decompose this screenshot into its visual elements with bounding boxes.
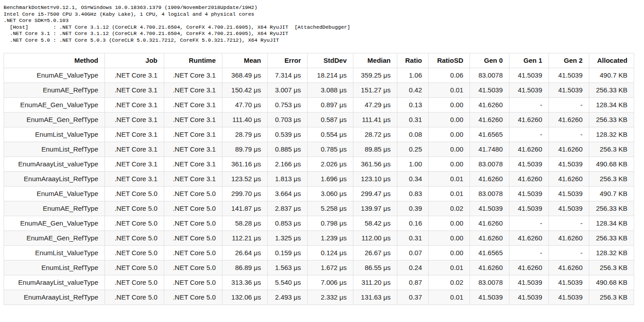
- cell-ratiosd: 0.00: [429, 231, 470, 245]
- cell-gen2: 41.5039: [549, 157, 589, 171]
- cell-gen1: 41.6260: [509, 142, 549, 157]
- cell-gen1: 41.6260: [509, 171, 549, 186]
- cell-stddev: 2.026 μs: [308, 157, 353, 171]
- cell-gen2: 41.5039: [549, 275, 589, 290]
- cell-method: EnumAE_Gen_ValueType: [4, 97, 105, 112]
- cell-method: EnumList_ValueType: [4, 127, 105, 142]
- cell-gen0: 41.6260: [470, 112, 509, 127]
- cell-ratio: 0.87: [397, 275, 429, 290]
- cell-allocated: 490.7 KB: [589, 186, 634, 201]
- cell-median: 89.85 μs: [353, 142, 397, 157]
- cell-mean: 368.49 μs: [222, 68, 268, 83]
- cell-mean: 361.16 μs: [222, 157, 268, 171]
- cell-method: EnumAraayList_RefType: [4, 290, 105, 305]
- cell-gen2: -: [549, 245, 589, 260]
- cell-mean: 86.89 μs: [222, 260, 268, 275]
- cell-gen0: 41.6260: [470, 260, 509, 275]
- cell-mean: 112.21 μs: [222, 231, 268, 245]
- table-row: EnumAE_Gen_ValueType.NET Core 3.1.NET Co…: [4, 97, 634, 112]
- cell-job: .NET Core 3.1: [105, 142, 164, 157]
- cell-ratiosd: 0.01: [429, 186, 470, 201]
- cell-median: 299.47 μs: [353, 186, 397, 201]
- cell-job: .NET Core 3.1: [105, 127, 164, 142]
- cell-runtime: .NET Core 3.1: [164, 157, 222, 171]
- table-row: EnumAE_Gen_ValueType.NET Core 5.0.NET Co…: [4, 216, 634, 231]
- column-header-gen2: Gen 2: [549, 53, 589, 68]
- cell-method: EnumAE_Gen_RefType: [4, 112, 105, 127]
- cell-job: .NET Core 5.0: [105, 245, 164, 260]
- cell-error: 0.539 μs: [268, 127, 308, 142]
- cell-mean: 58.28 μs: [222, 216, 268, 231]
- cell-ratio: 0.07: [397, 245, 429, 260]
- cell-ratiosd: 0.02: [429, 201, 470, 216]
- cell-ratio: 0.24: [397, 260, 429, 275]
- column-header-allocated: Allocated: [589, 53, 634, 68]
- cell-stddev: 3.060 μs: [308, 186, 353, 201]
- cell-ratiosd: 0.00: [429, 142, 470, 157]
- cell-error: 0.753 μs: [268, 97, 308, 112]
- benchmark-environment-info: BenchmarkDotNet=v0.12.1, OS=Windows 10.0…: [0, 0, 644, 44]
- cell-allocated: 490.7 KB: [589, 68, 634, 83]
- cell-gen2: 41.6260: [549, 171, 589, 186]
- cell-mean: 132.06 μs: [222, 290, 268, 305]
- cell-median: 28.72 μs: [353, 127, 397, 142]
- cell-job: .NET Core 5.0: [105, 260, 164, 275]
- cell-allocated: 256.3 KB: [589, 142, 634, 157]
- cell-ratio: 1.06: [397, 68, 429, 83]
- column-header-median: Median: [353, 53, 397, 68]
- cell-gen2: 41.6260: [549, 142, 589, 157]
- cell-allocated: 256.3 KB: [589, 171, 634, 186]
- cell-error: 1.563 μs: [268, 260, 308, 275]
- cell-stddev: 1.239 μs: [308, 231, 353, 245]
- cell-mean: 28.79 μs: [222, 127, 268, 142]
- cell-median: 111.41 μs: [353, 112, 397, 127]
- cell-job: .NET Core 5.0: [105, 216, 164, 231]
- cell-stddev: 0.785 μs: [308, 142, 353, 157]
- cell-allocated: 490.68 KB: [589, 157, 634, 171]
- table-body: EnumAE_ValueType.NET Core 3.1.NET Core 3…: [4, 68, 634, 305]
- cell-gen2: 41.5039: [549, 68, 589, 83]
- column-header-mean: Mean: [222, 53, 268, 68]
- cell-ratiosd: 0.01: [429, 171, 470, 186]
- cell-stddev: 1.672 μs: [308, 260, 353, 275]
- cell-method: EnumAE_RefType: [4, 83, 105, 97]
- cell-gen0: 83.0078: [470, 157, 509, 171]
- cell-job: .NET Core 3.1: [105, 112, 164, 127]
- cell-stddev: 0.554 μs: [308, 127, 353, 142]
- env-line-sdk-version: .NET Core SDK=5.0.103: [4, 17, 644, 24]
- cell-error: 3.007 μs: [268, 83, 308, 97]
- env-line-benchmarkdotnet-version: BenchmarkDotNet=v0.12.1, OS=Windows 10.0…: [4, 4, 644, 11]
- cell-gen2: 41.6260: [549, 260, 589, 275]
- cell-allocated: 256.33 KB: [589, 201, 634, 216]
- cell-ratiosd: 0.06: [429, 68, 470, 83]
- cell-gen2: 41.5039: [549, 83, 589, 97]
- cell-error: 0.703 μs: [268, 112, 308, 127]
- cell-runtime: .NET Core 5.0: [164, 216, 222, 231]
- cell-gen1: 41.5039: [509, 201, 549, 216]
- cell-gen2: -: [549, 127, 589, 142]
- env-line-netcore50-runtime: .NET Core 5.0 : .NET Core 5.0.3 (CoreCLR…: [4, 37, 644, 44]
- cell-method: EnumAraayList_RefType: [4, 171, 105, 186]
- cell-ratio: 0.16: [397, 216, 429, 231]
- cell-gen0: 41.6260: [470, 216, 509, 231]
- cell-allocated: 256.33 KB: [589, 83, 634, 97]
- cell-median: 112.00 μs: [353, 231, 397, 245]
- cell-runtime: .NET Core 5.0: [164, 231, 222, 245]
- cell-gen2: 41.5039: [549, 290, 589, 305]
- column-header-method: Method: [4, 53, 105, 68]
- table-header: Method Job Runtime Mean Error StdDev Med…: [4, 53, 634, 68]
- cell-runtime: .NET Core 5.0: [164, 201, 222, 216]
- cell-job: .NET Core 5.0: [105, 201, 164, 216]
- cell-error: 0.159 μs: [268, 245, 308, 260]
- cell-job: .NET Core 3.1: [105, 171, 164, 186]
- cell-gen1: 41.6260: [509, 260, 549, 275]
- cell-median: 86.55 μs: [353, 260, 397, 275]
- cell-method: EnumAE_ValueType: [4, 68, 105, 83]
- cell-method: EnumAE_ValueType: [4, 186, 105, 201]
- cell-method: EnumAE_Gen_ValueType: [4, 216, 105, 231]
- cell-gen0: 41.5039: [470, 201, 509, 216]
- cell-allocated: 128.32 KB: [589, 127, 634, 142]
- cell-runtime: .NET Core 3.1: [164, 171, 222, 186]
- cell-gen1: -: [509, 127, 549, 142]
- cell-gen2: 41.5039: [549, 186, 589, 201]
